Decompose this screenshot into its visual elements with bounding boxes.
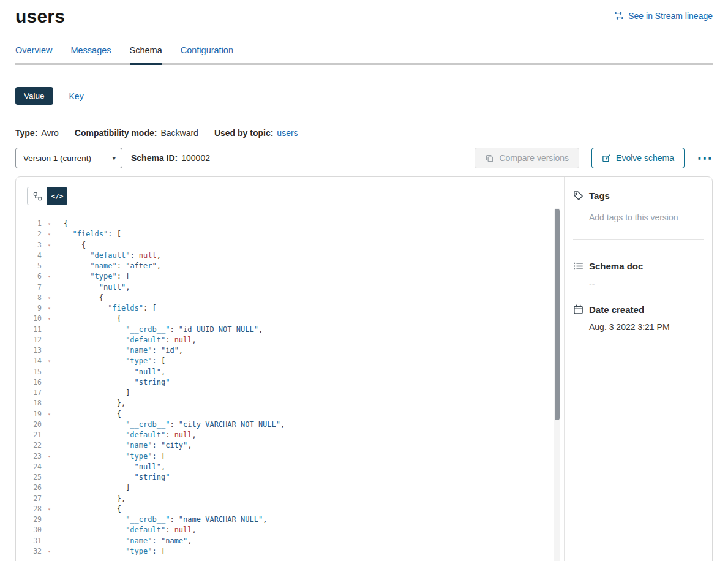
fold-arrow-icon[interactable]: ▾ — [42, 409, 64, 420]
key-tab-button[interactable]: Key — [69, 91, 84, 101]
line-number: 17 — [22, 388, 42, 398]
code-text: "fields": [ — [64, 229, 121, 239]
fold-arrow-icon[interactable]: ▾ — [42, 314, 64, 324]
line-number: 22 — [22, 440, 42, 451]
line-number: 12 — [22, 335, 42, 345]
line-number: 21 — [22, 430, 42, 440]
fold-arrow-icon[interactable]: ▾ — [42, 240, 64, 250]
code-line: 1▾{ — [22, 219, 564, 229]
fold-arrow-icon[interactable]: ▾ — [42, 451, 64, 462]
date-created-title: Date created — [589, 304, 644, 315]
code-text: "type": [ — [64, 271, 130, 282]
meta-type: Type: Avro — [15, 128, 59, 138]
line-number: 5 — [22, 261, 42, 271]
code-line: 6▾"type": [ — [22, 271, 564, 282]
tab-schema[interactable]: Schema — [130, 45, 162, 65]
tab-configuration[interactable]: Configuration — [181, 45, 233, 65]
calendar-icon — [573, 304, 584, 315]
fold-arrow-icon[interactable]: ▾ — [42, 504, 64, 514]
fold-arrow-icon[interactable]: ▾ — [42, 303, 64, 314]
code-line: 27}, — [22, 494, 564, 504]
code-text: "__crdb__": "name VARCHAR NULL", — [64, 514, 267, 525]
code-text: { — [64, 409, 121, 420]
code-line: 24"null", — [22, 462, 564, 472]
line-number: 30 — [22, 525, 42, 535]
stream-lineage-link[interactable]: See in Stream lineage — [614, 11, 713, 21]
date-created-value: Aug. 3 2022 3:21 PM — [589, 322, 704, 332]
code-line: 32▾"type": [ — [22, 546, 564, 557]
schema-doc-header: Schema doc — [573, 261, 704, 271]
scrollbar-thumb[interactable] — [555, 209, 560, 420]
code-text: "default": null, — [64, 525, 197, 535]
schema-doc-value: -- — [589, 279, 704, 288]
type-label: Type: — [15, 128, 37, 138]
line-number: 32 — [22, 546, 42, 557]
code-line: 9▾"fields": [ — [22, 303, 564, 314]
compare-versions-button[interactable]: Compare versions — [475, 148, 579, 168]
code-line: 22"name": "city", — [22, 440, 564, 451]
more-options-button[interactable]: ⋯ — [697, 152, 713, 164]
schema-id-value: 100002 — [181, 153, 210, 163]
line-number: 25 — [22, 472, 42, 483]
code-line: 19▾{ — [22, 409, 564, 420]
code-text: "string" — [64, 472, 170, 483]
fold-arrow-icon[interactable]: ▾ — [42, 229, 64, 239]
code-view-icon: </> — [51, 192, 64, 200]
code-text: "name": "city", — [64, 440, 192, 451]
version-select[interactable]: Version 1 (current) ▾ — [15, 148, 122, 168]
line-number: 14 — [22, 356, 42, 366]
line-number: 7 — [22, 282, 42, 293]
code-lines: 1▾{2▾"fields": [3▾{4"default": null,5"na… — [22, 219, 564, 557]
tree-view-icon — [33, 192, 42, 201]
code-text: { — [64, 504, 121, 514]
fold-arrow-icon[interactable]: ▾ — [42, 356, 64, 366]
value-tab-button[interactable]: Value — [15, 87, 53, 105]
stream-lineage-label: See in Stream lineage — [628, 11, 713, 21]
page-title: users — [15, 6, 65, 27]
tree-view-toggle[interactable] — [27, 187, 47, 205]
fold-arrow-icon[interactable]: ▾ — [42, 219, 64, 229]
line-number: 20 — [22, 420, 42, 430]
code-line: 7"null", — [22, 282, 564, 293]
topic-label: Used by topic: — [214, 128, 273, 138]
compare-icon — [485, 154, 494, 163]
code-line: 12"default": null, — [22, 335, 564, 345]
line-number: 2 — [22, 229, 42, 239]
fold-arrow-icon[interactable]: ▾ — [42, 293, 64, 303]
code-text: "__crdb__": "id UUID NOT NULL", — [64, 325, 263, 335]
line-number: 4 — [22, 250, 42, 261]
type-value: Avro — [41, 128, 59, 138]
tab-messages[interactable]: Messages — [70, 45, 111, 65]
code-line: 26] — [22, 483, 564, 493]
code-text: "type": [ — [64, 546, 165, 557]
code-line: 11"__crdb__": "id UUID NOT NULL", — [22, 325, 564, 335]
schema-doc-icon — [573, 261, 584, 271]
line-number: 26 — [22, 483, 42, 493]
code-text: }, — [64, 398, 126, 409]
line-number: 3 — [22, 240, 42, 250]
fold-arrow-icon[interactable]: ▾ — [42, 271, 64, 282]
evolve-schema-button[interactable]: Evolve schema — [591, 148, 685, 168]
code-text: "default": null, — [64, 250, 161, 261]
topic-link[interactable]: users — [277, 128, 298, 138]
vertical-scrollbar[interactable] — [554, 208, 560, 561]
code-line: 10▾{ — [22, 314, 564, 324]
code-text: "type": [ — [64, 356, 165, 366]
stream-lineage-icon — [614, 11, 624, 21]
schema-page: users See in Stream lineage OverviewMess… — [0, 0, 728, 561]
code-text: "default": null, — [64, 335, 197, 345]
tab-overview[interactable]: Overview — [15, 45, 52, 65]
fold-arrow-icon[interactable]: ▾ — [42, 546, 64, 557]
code-view-toggle[interactable]: </> — [47, 187, 67, 205]
tags-input[interactable] — [589, 211, 704, 227]
page-header: users See in Stream lineage — [15, 0, 713, 27]
schema-editor: </> 1▾{2▾"fields": [3▾{4"default": null,… — [16, 177, 564, 561]
code-text: "__crdb__": "city VARCHAR NOT NULL", — [64, 420, 285, 430]
line-number: 24 — [22, 462, 42, 472]
code-text: "type": [ — [64, 451, 165, 462]
code-text: "null", — [64, 282, 130, 293]
code-text: "name": "after", — [64, 261, 161, 271]
meta-topic: Used by topic: users — [214, 128, 298, 138]
line-number: 19 — [22, 409, 42, 420]
version-select-value: Version 1 (current) — [23, 154, 91, 163]
